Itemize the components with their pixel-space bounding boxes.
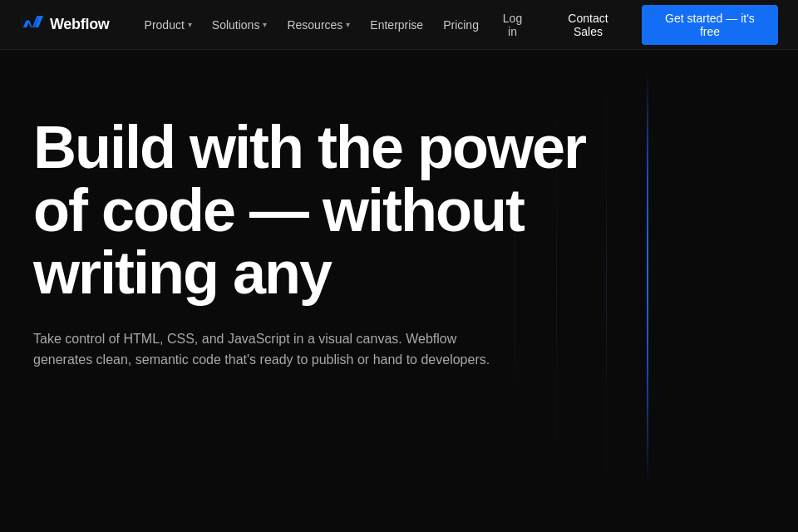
webflow-logo-icon — [20, 16, 43, 34]
nav-enterprise-label: Enterprise — [370, 18, 423, 32]
logo-link[interactable]: Webflow — [20, 16, 110, 34]
nav-links: Product ▾ Solutions ▾ Resources ▾ Enterp… — [136, 13, 487, 37]
nav-solutions-label: Solutions — [212, 18, 260, 32]
nav-pricing[interactable]: Pricing — [435, 13, 487, 37]
nav-enterprise[interactable]: Enterprise — [362, 13, 431, 37]
nav-solutions[interactable]: Solutions ▾ — [204, 13, 276, 37]
hero-subtitle: Take control of HTML, CSS, and JavaScrip… — [33, 328, 499, 371]
login-button[interactable]: Log in — [487, 7, 538, 43]
nav-pricing-label: Pricing — [443, 18, 479, 32]
contact-sales-button[interactable]: Contact Sales — [541, 7, 635, 43]
hero-title: Build with the power of code — without w… — [33, 116, 615, 305]
nav-right-actions: Log in Contact Sales Get started — it's … — [487, 5, 778, 45]
solutions-chevron-icon: ▾ — [263, 20, 267, 29]
resources-chevron-icon: ▾ — [346, 20, 350, 29]
nav-product[interactable]: Product ▾ — [136, 13, 200, 37]
get-started-button[interactable]: Get started — it's free — [642, 5, 778, 45]
nav-resources-label: Resources — [287, 18, 342, 32]
hero-section: Build with the power of code — without w… — [0, 50, 798, 532]
logo-text: Webflow — [50, 16, 110, 33]
bg-line-1 — [648, 50, 648, 532]
hero-content: Build with the power of code — without w… — [33, 116, 615, 371]
navbar: Webflow Product ▾ Solutions ▾ Resources … — [0, 0, 798, 50]
product-chevron-icon: ▾ — [188, 20, 192, 29]
bg-line-blue — [647, 50, 648, 532]
nav-product-label: Product — [145, 18, 185, 32]
nav-resources[interactable]: Resources ▾ — [278, 13, 358, 37]
